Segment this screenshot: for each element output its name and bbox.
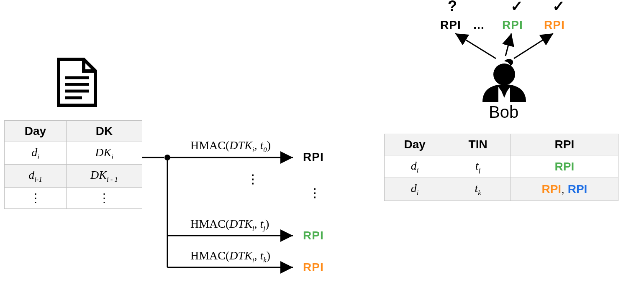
center-vdots: ⋮ — [247, 172, 259, 186]
cell-tin: tk — [445, 178, 511, 201]
svg-line-12 — [505, 33, 511, 56]
center-rpi-vdots: ⋮ — [309, 186, 321, 200]
rpi-result-orange: RPI — [303, 261, 324, 274]
bob-rpi-black: RPI — [440, 18, 461, 32]
rpi-table: Day TIN RPI di tj RPI di tk RPI, RPI — [384, 134, 618, 201]
bob-name-label: Bob — [489, 103, 518, 122]
person-icon — [482, 59, 526, 102]
rpi-table-head-rpi: RPI — [511, 134, 618, 155]
table-row: di tj RPI — [385, 155, 618, 178]
svg-line-13 — [514, 33, 553, 58]
svg-point-5 — [164, 155, 170, 160]
cell-tin: tj — [445, 155, 511, 178]
table-row: di DKi — [5, 142, 142, 165]
svg-point-10 — [493, 63, 515, 85]
cell-day: di-1 — [5, 165, 67, 188]
hmac-label-tj: HMAC(DTKi, tj) — [190, 217, 269, 233]
rpi-result-green: RPI — [303, 229, 324, 242]
cell-day: ⋮ — [5, 188, 67, 209]
dk-table-head-day: Day — [5, 121, 67, 142]
bob-rpi-orange: RPI — [544, 18, 565, 32]
cell-day: di — [385, 178, 445, 201]
cell-day: di — [385, 155, 445, 178]
bob-rpi-green: RPI — [502, 18, 523, 32]
dk-table-head-dk: DK — [67, 121, 142, 142]
table-row: ⋮ ⋮ — [5, 188, 142, 209]
cell-rpi: RPI — [511, 155, 618, 178]
rpi-result-black: RPI — [303, 150, 324, 164]
cell-day: di — [5, 142, 67, 165]
cell-rpi: RPI, RPI — [511, 178, 618, 201]
rpi-table-head-day: Day — [385, 134, 445, 155]
table-row: di-1 DKi - 1 — [5, 165, 142, 188]
bob-rpi-dots: … — [473, 18, 485, 32]
cell-dk: ⋮ — [67, 188, 142, 209]
cell-dk: DKi — [67, 142, 142, 165]
hmac-label-tk: HMAC(DTKi, tk) — [190, 249, 270, 264]
mark-check1: ✓ — [511, 0, 523, 15]
table-row: di tk RPI, RPI — [385, 178, 618, 201]
dk-table: Day DK di DKi di-1 DKi - 1 ⋮ ⋮ — [4, 120, 142, 209]
mark-question: ? — [448, 0, 457, 15]
svg-line-11 — [455, 33, 496, 58]
hmac-label-t0: HMAC(DTKi, t0) — [190, 139, 271, 154]
mark-check2: ✓ — [552, 0, 565, 15]
rpi-table-head-tin: TIN — [445, 134, 511, 155]
cell-dk: DKi - 1 — [67, 165, 142, 188]
document-icon — [59, 59, 95, 105]
